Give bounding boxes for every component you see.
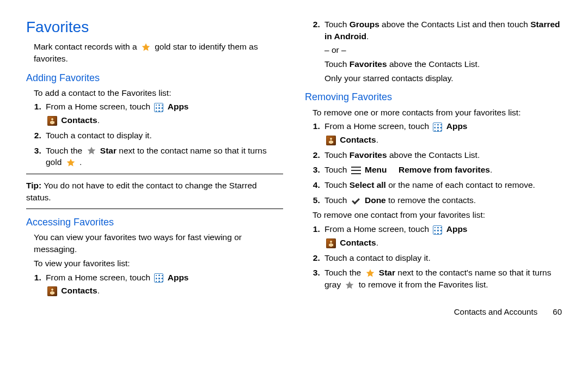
removing-step-b1: From a Home screen, touch Apps Contacts.	[322, 223, 562, 248]
left-column: Favorites Mark contact records with a go…	[26, 16, 283, 317]
divider	[26, 174, 283, 174]
accessing-intro1: You can view your favorites two ways for…	[26, 231, 283, 255]
intro-paragraph: Mark contact records with a gold star to…	[26, 41, 283, 64]
step-text: or the name of each contact to remove.	[388, 180, 535, 189]
removing-step-a3: Touch Menu Remove from favorites.	[322, 164, 562, 176]
menu-label: Menu	[365, 165, 387, 174]
apps-label: Apps	[446, 121, 468, 131]
step-text: Touch	[324, 180, 350, 189]
apps-icon	[154, 273, 163, 283]
accessing-steps-cont: Touch Groups above the Contacts List and…	[305, 19, 562, 84]
contacts-icon	[326, 238, 336, 248]
step-text: Touch	[324, 165, 350, 174]
removing-intro: To remove one or more contacts from your…	[305, 107, 562, 119]
adding-step-1: From a Home screen, touch Apps Contacts.	[44, 101, 283, 126]
adding-step-2: Touch a contact to display it.	[44, 130, 283, 142]
apps-label: Apps	[168, 273, 189, 282]
removing-step-a2: Touch Favorites above the Contacts List.	[322, 149, 562, 161]
apps-icon	[154, 103, 163, 112]
groups-label: Groups	[350, 20, 379, 29]
intro-text-before: Mark contact records with a	[34, 42, 139, 51]
tip-paragraph: Tip: You do not have to edit the contact…	[26, 180, 283, 203]
star-gray-icon	[345, 280, 354, 290]
step-text: From a Home screen, touch	[324, 224, 431, 234]
accessing-intro2: To view your favorites list:	[26, 258, 283, 270]
removing-intro2: To remove one contact from your favorite…	[305, 209, 562, 221]
contacts-icon	[326, 136, 336, 145]
step-text: above the Contacts List.	[389, 59, 480, 69]
removing-steps-a: From a Home screen, touch Apps Contacts.…	[305, 120, 562, 206]
contacts-label: Contacts	[340, 135, 376, 144]
menu-icon	[351, 167, 361, 174]
selectall-label: Select all	[350, 180, 386, 189]
accessing-step-2: Touch Groups above the Contacts List and…	[322, 19, 562, 84]
contacts-icon	[47, 116, 57, 126]
contacts-icon	[47, 286, 57, 296]
accessing-heading: Accessing Favorites	[26, 216, 283, 229]
apps-label: Apps	[168, 102, 189, 111]
step-text: above the Contacts List and then touch	[382, 20, 530, 29]
removing-heading: Removing Favorites	[305, 90, 562, 104]
adding-step-3: Touch the Star next to the contact name …	[44, 145, 283, 168]
accessing-step-1: From a Home screen, touch Apps Contacts.	[44, 272, 283, 297]
tip-text: You do not have to edit the contact to c…	[26, 181, 257, 202]
step-text: Touch	[324, 20, 350, 29]
right-column: Touch Groups above the Contacts List and…	[305, 16, 562, 317]
step-text: Touch the	[324, 268, 364, 277]
contacts-label: Contacts	[340, 238, 376, 247]
step-text: Touch	[324, 195, 350, 205]
contacts-label: Contacts	[61, 286, 97, 295]
divider	[26, 209, 283, 209]
adding-steps: From a Home screen, touch Apps Contacts.…	[26, 101, 283, 168]
star-label: Star	[100, 146, 117, 155]
step-text: From a Home screen, touch	[46, 273, 152, 282]
check-icon	[351, 197, 361, 205]
apps-label: Apps	[446, 224, 468, 234]
removing-step-b2: Touch a contact to display it.	[322, 252, 562, 264]
step-text: Touch	[324, 150, 350, 160]
removing-step-b3: Touch the Star next to the contact's nam…	[322, 267, 562, 290]
done-label: Done	[365, 195, 386, 205]
step-text: Touch the	[46, 146, 85, 155]
page-number: 60	[553, 307, 562, 316]
accessing-result: Only your starred contacts display.	[324, 72, 562, 84]
star-gold-icon	[66, 158, 76, 168]
accessing-step-2-alt: Touch Favorites above the Contacts List.	[324, 58, 562, 70]
removing-step-a1: From a Home screen, touch Apps Contacts.	[322, 120, 562, 145]
step-text: .	[79, 157, 82, 167]
step-text: to remove it from the Favorites list.	[359, 280, 488, 289]
star-gold-icon	[141, 42, 151, 52]
apps-icon	[433, 225, 442, 235]
step-text: From a Home screen, touch	[324, 121, 431, 131]
adding-heading: Adding Favorites	[26, 71, 283, 85]
or-text: – or –	[324, 44, 562, 56]
removing-steps-b: From a Home screen, touch Apps Contacts.…	[305, 223, 562, 290]
step-text: From a Home screen, touch	[46, 102, 152, 111]
step-text: above the Contacts List.	[389, 150, 480, 160]
step-text: to remove the contacts.	[388, 195, 476, 205]
removing-step-a4: Touch Select all or the name of each con…	[322, 179, 562, 191]
page-title: Favorites	[26, 16, 283, 38]
adding-intro: To add a contact to the Favorites list:	[26, 87, 283, 99]
footer-section: Contacts and Accounts	[454, 307, 537, 316]
page-footer: Contacts and Accounts 60	[305, 306, 562, 317]
step-text: Touch	[324, 59, 350, 69]
star-label: Star	[379, 268, 395, 277]
star-gold-icon	[365, 268, 375, 278]
favorites-label: Favorites	[350, 59, 387, 69]
star-gray-icon	[87, 146, 96, 156]
tip-label: Tip:	[26, 181, 41, 190]
accessing-steps: From a Home screen, touch Apps Contacts.	[26, 272, 283, 297]
remove-label: Remove from favorites	[399, 165, 490, 174]
contacts-label: Contacts	[61, 115, 97, 125]
removing-step-a5: Touch Done to remove the contacts.	[322, 194, 562, 206]
apps-icon	[433, 122, 442, 132]
favorites-label: Favorites	[350, 150, 387, 160]
